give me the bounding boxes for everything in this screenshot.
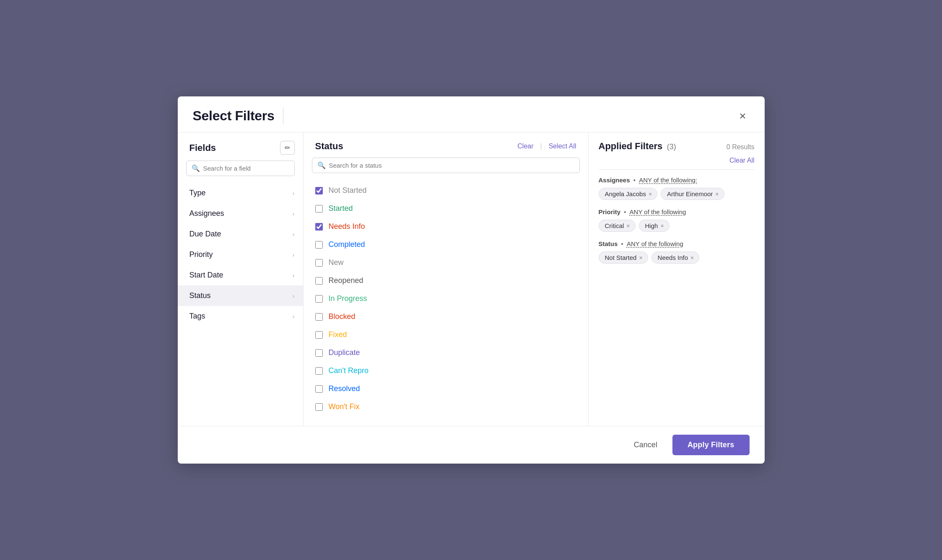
status-checkbox[interactable]	[315, 313, 323, 321]
status-item[interactable]: In Progress	[304, 290, 588, 308]
field-item[interactable]: Start Date›	[178, 265, 303, 285]
applied-groups: Assignees • ANY of the following:Angela …	[599, 176, 755, 272]
field-search-input[interactable]	[203, 165, 289, 172]
status-search-box: 🔍	[312, 158, 580, 173]
chevron-right-icon: ›	[293, 210, 295, 217]
status-label: Completed	[329, 240, 365, 249]
applied-title: Applied Filters	[599, 141, 663, 151]
status-checkbox[interactable]	[315, 403, 323, 411]
status-item[interactable]: Needs Info	[304, 218, 588, 236]
filter-tag-remove-button[interactable]: ×	[626, 223, 630, 229]
field-item[interactable]: Status›	[178, 285, 303, 306]
status-item[interactable]: Reopened	[304, 272, 588, 290]
status-actions: Clear | Select All	[516, 142, 578, 151]
status-item[interactable]: Duplicate	[304, 344, 588, 362]
status-checkbox[interactable]	[315, 367, 323, 375]
filter-group: Priority • ANY of the followingCritical×…	[599, 208, 755, 232]
field-item[interactable]: Tags›	[178, 306, 303, 327]
status-checkbox[interactable]	[315, 241, 323, 249]
status-item[interactable]: Fixed	[304, 326, 588, 344]
status-item[interactable]: New	[304, 254, 588, 272]
status-checkbox[interactable]	[315, 349, 323, 357]
field-item-label: Status	[189, 291, 211, 300]
status-item[interactable]: Resolved	[304, 380, 588, 398]
field-item-label: Priority	[189, 250, 213, 259]
status-checkbox[interactable]	[315, 385, 323, 393]
filter-tag-label: Angela Jacobs	[605, 190, 646, 197]
field-item[interactable]: Due Date›	[178, 224, 303, 244]
fields-header: Fields ✏	[178, 141, 303, 161]
results-count: 0 Results	[727, 143, 755, 151]
status-item[interactable]: Can't Repro	[304, 362, 588, 380]
field-search-box: 🔍	[186, 161, 295, 176]
filter-tags: Critical×High×	[599, 220, 755, 232]
status-checkbox[interactable]	[315, 331, 323, 339]
apply-filters-button[interactable]: Apply Filters	[672, 435, 750, 455]
status-item[interactable]: Blocked	[304, 308, 588, 326]
status-label: Resolved	[329, 384, 360, 393]
status-checkbox[interactable]	[315, 295, 323, 303]
status-checkbox[interactable]	[315, 223, 323, 231]
chevron-right-icon: ›	[293, 272, 295, 279]
filter-tag-remove-button[interactable]: ×	[660, 223, 664, 229]
applied-header: Applied Filters (3) 0 Results	[599, 141, 755, 152]
clear-all-row: Clear All	[599, 154, 755, 170]
filter-group: Assignees • ANY of the following:Angela …	[599, 176, 755, 200]
status-label: Fixed	[329, 330, 347, 339]
close-button[interactable]: ×	[736, 109, 749, 124]
modal-body: Fields ✏ 🔍 Type›Assignees›Due Date›Prior…	[178, 132, 765, 426]
status-label: Not Started	[329, 186, 367, 195]
filter-tag-label: High	[645, 222, 658, 229]
filter-tags: Angela Jacobs×Arthur Einemoor×	[599, 188, 755, 200]
filter-group-label: Priority • ANY of the following	[599, 208, 755, 215]
fields-column: Fields ✏ 🔍 Type›Assignees›Due Date›Prior…	[178, 132, 304, 426]
status-label: Duplicate	[329, 348, 360, 357]
cancel-button[interactable]: Cancel	[625, 436, 666, 454]
clear-all-button[interactable]: Clear All	[729, 157, 755, 164]
status-checkbox[interactable]	[315, 187, 323, 194]
status-label: Can't Repro	[329, 366, 368, 375]
filter-tag-remove-button[interactable]: ×	[690, 255, 694, 261]
status-clear-button[interactable]: Clear	[516, 142, 535, 151]
filter-group-label: Assignees • ANY of the following:	[599, 176, 755, 184]
field-item[interactable]: Assignees›	[178, 203, 303, 224]
applied-count: (3)	[667, 143, 676, 151]
status-select-all-button[interactable]: Select All	[547, 142, 578, 151]
status-item[interactable]: Not Started	[304, 181, 588, 200]
status-column: Status Clear | Select All 🔍 Not StartedS…	[304, 132, 589, 426]
applied-filters-column: Applied Filters (3) 0 Results Clear All …	[589, 132, 765, 426]
field-item[interactable]: Priority›	[178, 244, 303, 265]
filter-tag: Needs Info×	[651, 251, 700, 264]
filter-tag: Not Started×	[599, 251, 648, 264]
filter-tag-remove-button[interactable]: ×	[639, 255, 642, 261]
status-checkbox[interactable]	[315, 259, 323, 267]
chevron-right-icon: ›	[293, 231, 295, 238]
status-label: New	[329, 258, 344, 267]
modal-overlay: Select Filters × Fields ✏ 🔍 Type›Assigne…	[0, 0, 942, 560]
field-item[interactable]: Type›	[178, 183, 303, 203]
status-list: Not StartedStartedNeeds InfoCompletedNew…	[304, 180, 588, 417]
status-checkbox[interactable]	[315, 205, 323, 213]
field-item-label: Assignees	[189, 209, 224, 218]
status-label: Blocked	[329, 312, 356, 321]
field-item-label: Tags	[189, 312, 205, 321]
status-header: Status Clear | Select All	[304, 141, 588, 158]
title-divider	[283, 109, 283, 124]
filter-tag: Arthur Einemoor×	[661, 188, 724, 200]
status-label: In Progress	[329, 294, 367, 303]
status-item[interactable]: Completed	[304, 236, 588, 254]
status-item[interactable]: Started	[304, 200, 588, 218]
chevron-right-icon: ›	[293, 190, 295, 197]
status-search-input[interactable]	[329, 162, 574, 169]
filter-tag-remove-button[interactable]: ×	[649, 191, 652, 197]
status-label: Won't Fix	[329, 402, 360, 411]
filter-group-label: Status • ANY of the following	[599, 240, 755, 247]
select-filters-modal: Select Filters × Fields ✏ 🔍 Type›Assigne…	[178, 96, 765, 464]
chevron-right-icon: ›	[293, 293, 295, 299]
filter-tag-remove-button[interactable]: ×	[715, 191, 719, 197]
status-checkbox[interactable]	[315, 277, 323, 285]
status-item[interactable]: Won't Fix	[304, 398, 588, 416]
status-search-icon: 🔍	[317, 161, 326, 169]
filter-tag-label: Critical	[605, 222, 624, 229]
edit-fields-button[interactable]: ✏	[280, 141, 295, 155]
